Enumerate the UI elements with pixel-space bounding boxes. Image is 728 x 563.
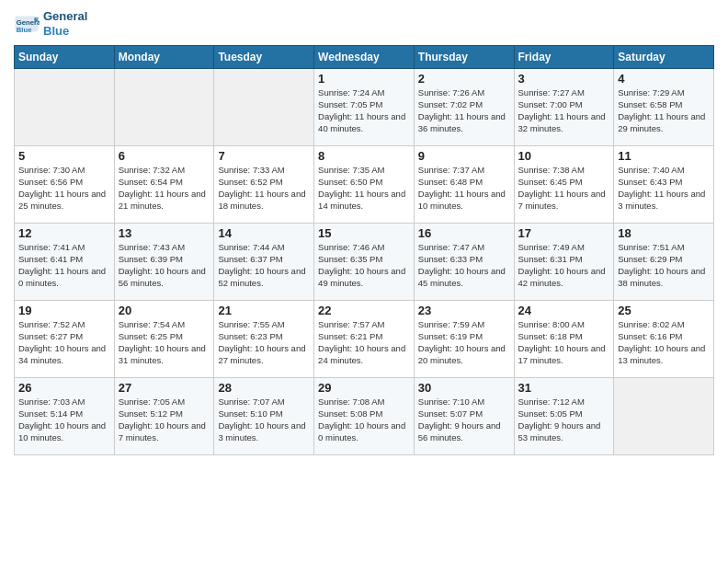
day-info: Sunrise: 7:49 AM Sunset: 6:31 PM Dayligh… [518,242,610,289]
day-info: Sunrise: 7:38 AM Sunset: 6:45 PM Dayligh… [518,165,610,212]
calendar-cell: 2Sunrise: 7:26 AM Sunset: 7:02 PM Daylig… [414,69,514,146]
day-number: 6 [119,149,210,163]
weekday-header-tuesday: Tuesday [214,46,314,69]
weekday-header-wednesday: Wednesday [314,46,415,69]
day-info: Sunrise: 7:08 AM Sunset: 5:08 PM Dayligh… [318,396,410,443]
day-number: 23 [418,304,510,317]
calendar-cell: 28Sunrise: 7:07 AM Sunset: 5:10 PM Dayli… [214,378,314,455]
day-info: Sunrise: 7:51 AM Sunset: 6:29 PM Dayligh… [618,242,710,289]
day-number: 20 [119,304,210,317]
day-info: Sunrise: 7:24 AM Sunset: 7:05 PM Dayligh… [318,87,410,134]
day-info: Sunrise: 7:32 AM Sunset: 6:54 PM Dayligh… [119,165,210,212]
week-row-5: 26Sunrise: 7:03 AM Sunset: 5:14 PM Dayli… [15,378,714,455]
calendar-cell: 18Sunrise: 7:51 AM Sunset: 6:29 PM Dayli… [614,224,714,301]
calendar-cell: 25Sunrise: 8:02 AM Sunset: 6:16 PM Dayli… [614,301,714,378]
day-info: Sunrise: 7:57 AM Sunset: 6:21 PM Dayligh… [318,319,410,366]
day-info: Sunrise: 7:59 AM Sunset: 6:19 PM Dayligh… [418,319,510,366]
day-info: Sunrise: 7:07 AM Sunset: 5:10 PM Dayligh… [218,396,310,443]
weekday-header-saturday: Saturday [614,46,714,69]
day-info: Sunrise: 7:37 AM Sunset: 6:48 PM Dayligh… [418,165,510,212]
calendar-cell: 16Sunrise: 7:47 AM Sunset: 6:33 PM Dayli… [414,224,514,301]
calendar-cell: 29Sunrise: 7:08 AM Sunset: 5:08 PM Dayli… [314,378,415,455]
day-number: 27 [119,381,210,395]
calendar-cell: 8Sunrise: 7:35 AM Sunset: 6:50 PM Daylig… [314,146,415,224]
day-info: Sunrise: 7:46 AM Sunset: 6:35 PM Dayligh… [318,242,410,289]
calendar-cell: 22Sunrise: 7:57 AM Sunset: 6:21 PM Dayli… [314,301,415,378]
calendar-cell: 9Sunrise: 7:37 AM Sunset: 6:48 PM Daylig… [414,146,514,224]
calendar-cell: 1Sunrise: 7:24 AM Sunset: 7:05 PM Daylig… [314,69,415,146]
day-info: Sunrise: 7:27 AM Sunset: 7:00 PM Dayligh… [518,87,610,134]
svg-text:Blue: Blue [17,26,32,34]
day-number: 14 [218,226,310,240]
week-row-4: 19Sunrise: 7:52 AM Sunset: 6:27 PM Dayli… [15,301,714,378]
day-number: 31 [518,381,610,395]
calendar-cell: 11Sunrise: 7:40 AM Sunset: 6:43 PM Dayli… [614,146,714,224]
day-info: Sunrise: 7:54 AM Sunset: 6:25 PM Dayligh… [119,319,210,366]
day-info: Sunrise: 7:05 AM Sunset: 5:12 PM Dayligh… [119,396,210,443]
calendar-cell [614,378,714,455]
day-info: Sunrise: 7:40 AM Sunset: 6:43 PM Dayligh… [618,165,710,212]
calendar-cell: 21Sunrise: 7:55 AM Sunset: 6:23 PM Dayli… [214,301,314,378]
day-number: 16 [418,226,510,240]
week-row-3: 12Sunrise: 7:41 AM Sunset: 6:41 PM Dayli… [15,224,714,301]
day-info: Sunrise: 7:30 AM Sunset: 6:56 PM Dayligh… [18,165,110,212]
day-info: Sunrise: 7:41 AM Sunset: 6:41 PM Dayligh… [18,242,110,289]
day-info: Sunrise: 7:26 AM Sunset: 7:02 PM Dayligh… [418,87,510,134]
day-number: 25 [618,304,710,317]
day-number: 21 [218,304,310,317]
day-info: Sunrise: 7:03 AM Sunset: 5:14 PM Dayligh… [18,396,110,443]
week-row-2: 5Sunrise: 7:30 AM Sunset: 6:56 PM Daylig… [15,146,714,224]
calendar-cell: 27Sunrise: 7:05 AM Sunset: 5:12 PM Dayli… [114,378,214,455]
day-number: 8 [318,149,410,163]
calendar-cell: 23Sunrise: 7:59 AM Sunset: 6:19 PM Dayli… [414,301,514,378]
day-info: Sunrise: 8:02 AM Sunset: 6:16 PM Dayligh… [618,319,710,366]
day-info: Sunrise: 7:43 AM Sunset: 6:39 PM Dayligh… [119,242,210,289]
calendar-cell: 30Sunrise: 7:10 AM Sunset: 5:07 PM Dayli… [414,378,514,455]
calendar-cell: 4Sunrise: 7:29 AM Sunset: 6:58 PM Daylig… [614,69,714,146]
day-info: Sunrise: 7:33 AM Sunset: 6:52 PM Dayligh… [218,165,310,212]
calendar-cell: 31Sunrise: 7:12 AM Sunset: 5:05 PM Dayli… [514,378,614,455]
day-number: 4 [618,72,710,86]
calendar-cell: 14Sunrise: 7:44 AM Sunset: 6:37 PM Dayli… [214,224,314,301]
page: General Blue General Blue SundayMondayTu… [0,0,728,563]
day-number: 26 [18,381,110,395]
day-number: 7 [218,149,310,163]
logo-icon: General Blue [14,11,40,37]
calendar-cell: 17Sunrise: 7:49 AM Sunset: 6:31 PM Dayli… [514,224,614,301]
calendar-cell: 13Sunrise: 7:43 AM Sunset: 6:39 PM Dayli… [114,224,214,301]
weekday-header-sunday: Sunday [15,46,115,69]
header: General Blue General Blue [14,9,714,38]
calendar-cell [15,69,115,146]
calendar-cell: 20Sunrise: 7:54 AM Sunset: 6:25 PM Dayli… [114,301,214,378]
day-info: Sunrise: 7:10 AM Sunset: 5:07 PM Dayligh… [418,396,510,443]
calendar-cell: 7Sunrise: 7:33 AM Sunset: 6:52 PM Daylig… [214,146,314,224]
day-number: 18 [618,226,710,240]
calendar-cell: 26Sunrise: 7:03 AM Sunset: 5:14 PM Dayli… [15,378,115,455]
day-number: 17 [518,226,610,240]
day-number: 19 [18,304,110,317]
weekday-header-friday: Friday [514,46,614,69]
calendar-cell: 5Sunrise: 7:30 AM Sunset: 6:56 PM Daylig… [15,146,115,224]
day-number: 10 [518,149,610,163]
day-number: 28 [218,381,310,395]
week-row-1: 1Sunrise: 7:24 AM Sunset: 7:05 PM Daylig… [15,69,714,146]
day-number: 1 [318,72,410,86]
day-info: Sunrise: 7:12 AM Sunset: 5:05 PM Dayligh… [518,396,610,443]
day-info: Sunrise: 7:29 AM Sunset: 6:58 PM Dayligh… [618,87,710,134]
calendar-cell: 12Sunrise: 7:41 AM Sunset: 6:41 PM Dayli… [15,224,115,301]
day-info: Sunrise: 7:35 AM Sunset: 6:50 PM Dayligh… [318,165,410,212]
calendar-cell [214,69,314,146]
calendar-cell: 10Sunrise: 7:38 AM Sunset: 6:45 PM Dayli… [514,146,614,224]
day-number: 24 [518,304,610,317]
logo: General Blue General Blue [14,9,87,38]
day-number: 29 [318,381,410,395]
calendar-cell: 6Sunrise: 7:32 AM Sunset: 6:54 PM Daylig… [114,146,214,224]
logo-text: General Blue [43,9,87,38]
weekday-header-row: SundayMondayTuesdayWednesdayThursdayFrid… [15,46,714,69]
day-number: 12 [18,226,110,240]
day-number: 3 [518,72,610,86]
day-info: Sunrise: 8:00 AM Sunset: 6:18 PM Dayligh… [518,319,610,366]
weekday-header-monday: Monday [114,46,214,69]
calendar-cell: 3Sunrise: 7:27 AM Sunset: 7:00 PM Daylig… [514,69,614,146]
day-info: Sunrise: 7:47 AM Sunset: 6:33 PM Dayligh… [418,242,510,289]
